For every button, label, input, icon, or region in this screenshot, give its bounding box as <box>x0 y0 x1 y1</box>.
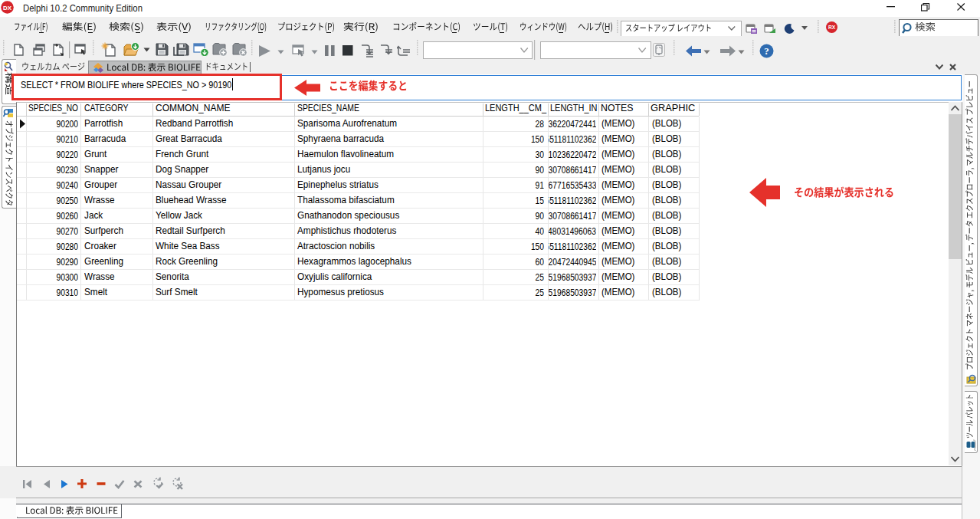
svg-text:RX: RX <box>828 25 836 30</box>
svg-text:?: ? <box>764 45 769 57</box>
svg-text:DX: DX <box>3 5 12 11</box>
